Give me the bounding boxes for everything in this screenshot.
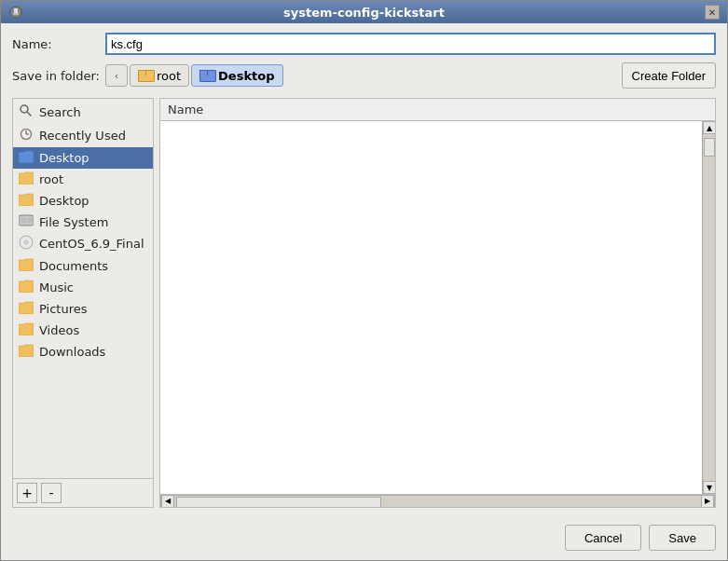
- places-item-search-label: Search: [39, 105, 81, 119]
- app-icon: [8, 5, 23, 20]
- places-item-root[interactable]: root: [13, 169, 153, 190]
- hscroll-track[interactable]: [174, 496, 701, 507]
- filename-input[interactable]: [105, 33, 716, 55]
- scroll-up-button[interactable]: ▲: [703, 121, 715, 134]
- name-label: Name:: [12, 37, 105, 51]
- breadcrumb-area: ‹ root Desktop: [105, 64, 622, 87]
- places-item-recently-used[interactable]: Recently Used: [13, 124, 153, 147]
- files-panel: Name ▲ ▼ ◀: [159, 98, 716, 508]
- folder-icon-6: [19, 322, 34, 338]
- search-icon: [19, 103, 34, 121]
- window-title: system-config-kickstart: [23, 6, 705, 20]
- files-content[interactable]: ▲ ▼: [160, 121, 715, 494]
- scroll-down-button[interactable]: ▼: [703, 481, 715, 494]
- places-item-search[interactable]: Search: [13, 101, 153, 124]
- places-item-pictures[interactable]: Pictures: [13, 298, 153, 320]
- save-button[interactable]: Save: [649, 525, 716, 551]
- places-item-music-label: Music: [39, 280, 74, 294]
- main-area: Search Recently Used: [12, 98, 716, 508]
- files-footer: ◀ ▶: [160, 494, 715, 507]
- svg-rect-2: [13, 13, 19, 15]
- cancel-button[interactable]: Cancel: [565, 525, 641, 551]
- places-item-centos[interactable]: CentOS_6.9_Final: [13, 232, 153, 255]
- clock-icon: [19, 127, 34, 144]
- svg-line-4: [28, 113, 32, 116]
- places-item-desktop[interactable]: Desktop: [13, 147, 153, 169]
- places-item-videos[interactable]: Videos: [13, 320, 153, 341]
- folder-icon-7: [19, 344, 34, 360]
- scroll-right-button[interactable]: ▶: [701, 495, 714, 508]
- svg-rect-1: [14, 8, 18, 13]
- places-list: Search Recently Used: [13, 99, 153, 478]
- folder-icon: [138, 70, 153, 82]
- horizontal-scrollbar[interactable]: ◀ ▶: [160, 495, 715, 508]
- places-item-downloads[interactable]: Downloads: [13, 341, 153, 363]
- dialog-content: Name: Save in folder: ‹ root Desktop Cre…: [1, 23, 727, 517]
- dialog-window: system-config-kickstart ✕ Name: Save in …: [0, 0, 728, 561]
- breadcrumb-root-label: root: [157, 69, 181, 83]
- scroll-thumb[interactable]: [704, 138, 715, 157]
- name-row: Name:: [12, 33, 716, 55]
- folder-icon-3: [19, 258, 34, 274]
- places-item-filesystem[interactable]: File System: [13, 212, 153, 232]
- vertical-scrollbar[interactable]: ▲ ▼: [702, 121, 715, 494]
- places-item-filesystem-label: File System: [39, 215, 108, 229]
- folder-label: Save in folder:: [12, 69, 105, 83]
- remove-place-button[interactable]: -: [41, 483, 62, 503]
- add-place-button[interactable]: +: [17, 483, 37, 503]
- svg-point-3: [21, 105, 28, 113]
- places-item-downloads-label: Downloads: [39, 345, 105, 359]
- places-item-music[interactable]: Music: [13, 277, 153, 298]
- folder-icon-5: [19, 301, 34, 317]
- files-column-header: Name: [160, 99, 715, 121]
- breadcrumb-desktop[interactable]: Desktop: [191, 64, 282, 87]
- places-item-root-label: root: [39, 172, 63, 186]
- folder-icon: [19, 171, 34, 187]
- places-item-desktop-label: Desktop: [39, 151, 89, 165]
- close-button[interactable]: ✕: [705, 5, 720, 20]
- breadcrumb-desktop-label: Desktop: [218, 69, 274, 83]
- places-item-documents[interactable]: Documents: [13, 255, 153, 277]
- hdd-icon: [19, 214, 34, 229]
- folder-blue-icon: [199, 70, 214, 82]
- places-item-documents-label: Documents: [39, 259, 108, 273]
- places-panel: Search Recently Used: [12, 98, 154, 508]
- breadcrumb-root[interactable]: root: [130, 64, 189, 87]
- folder-row: Save in folder: ‹ root Desktop Create Fo…: [12, 62, 716, 89]
- folder-icon-2: [19, 193, 34, 209]
- places-item-desktop2-label: Desktop: [39, 194, 89, 208]
- scroll-track[interactable]: [703, 134, 715, 481]
- places-item-centos-label: CentOS_6.9_Final: [39, 237, 144, 251]
- places-item-pictures-label: Pictures: [39, 302, 87, 316]
- places-item-recently-used-label: Recently Used: [39, 129, 126, 143]
- cd-icon: [19, 235, 34, 253]
- titlebar: system-config-kickstart ✕: [1, 1, 727, 23]
- hscroll-thumb[interactable]: [176, 497, 381, 508]
- create-folder-button[interactable]: Create Folder: [622, 62, 716, 89]
- places-bottom-bar: + -: [13, 478, 153, 507]
- places-item-desktop2[interactable]: Desktop: [13, 190, 153, 212]
- scroll-left-button[interactable]: ◀: [161, 495, 174, 508]
- back-button[interactable]: ‹: [105, 64, 128, 87]
- svg-point-14: [25, 241, 27, 243]
- dialog-buttons: Cancel Save: [1, 517, 727, 560]
- folder-icon-4: [19, 280, 34, 295]
- places-item-videos-label: Videos: [39, 323, 79, 337]
- folder-blue-icon: [19, 150, 34, 166]
